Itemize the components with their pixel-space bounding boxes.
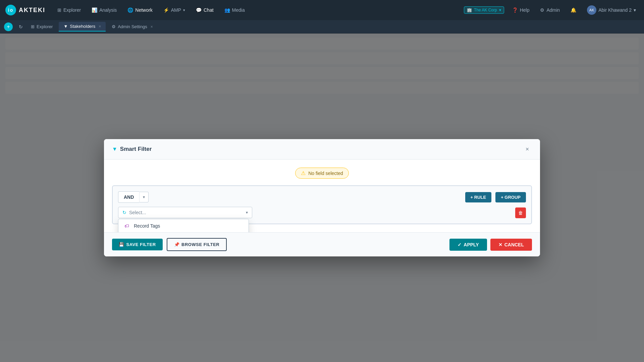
media-icon: 👥	[224, 7, 230, 13]
browse-filter-button[interactable]: 📌 BROWSE FILTER	[167, 238, 227, 251]
tab-stakeholders-label: Stakeholders	[70, 24, 95, 29]
tab-explorer-icon: ⊞	[31, 24, 35, 29]
delete-rule-button[interactable]: 🗑	[515, 207, 526, 218]
nav-item-explorer-label: Explorer	[63, 7, 81, 13]
notifications-button[interactable]: 🔔	[568, 6, 579, 14]
bell-icon: 🔔	[571, 7, 576, 13]
explorer-icon: ⊞	[57, 7, 61, 13]
footer-left: 💾 SAVE FILTER 📌 BROWSE FILTER	[112, 238, 227, 251]
nav-item-network-label: Network	[135, 7, 152, 13]
browse-icon: 📌	[174, 242, 180, 247]
admin-label: Admin	[546, 7, 560, 13]
nav-items: ⊞ Explorer 📊 Analysis 🌐 Network ⚡ AMP ▾ …	[53, 5, 456, 15]
cancel-label: CANCEL	[504, 242, 524, 247]
nav-right: 🏢 The AK Corp ▾ ❓ Help ⚙ Admin 🔔 AK Abir…	[464, 4, 639, 16]
tab-bar: + ↻ ⊞ Explorer ▼ Stakeholders × ⚙ Admin …	[0, 20, 644, 34]
modal-footer: 💾 SAVE FILTER 📌 BROWSE FILTER ✓ APPLY ✕ …	[104, 232, 540, 256]
selector-placeholder: Select...	[129, 210, 243, 215]
selector-refresh-icon: ↻	[122, 210, 126, 215]
modal-body: ⚠ No field selected AND ▾ + RULE + GROUP	[104, 160, 540, 232]
no-field-warning: ⚠ No field selected	[295, 168, 349, 179]
nav-item-chat-label: Chat	[204, 7, 214, 13]
apply-button[interactable]: ✓ APPLY	[449, 239, 487, 251]
condition-selector[interactable]: AND ▾	[118, 191, 149, 203]
tab-admin-settings[interactable]: ⚙ Admin Settings ×	[107, 22, 157, 31]
top-nav: io AKTEKI ⊞ Explorer 📊 Analysis 🌐 Networ…	[0, 0, 644, 20]
nav-item-network[interactable]: 🌐 Network	[123, 5, 156, 15]
tab-admin-label: Admin Settings	[118, 24, 147, 29]
nav-item-chat[interactable]: 💬 Chat	[192, 5, 218, 15]
nav-item-amp-label: AMP	[171, 7, 181, 13]
save-filter-label: SAVE FILTER	[126, 242, 156, 247]
save-icon: 💾	[119, 242, 124, 247]
field-dropdown: 🏷 Record Tags ≡ City ≡ Country	[118, 219, 249, 232]
condition-dropdown-button[interactable]: ▾	[139, 192, 149, 202]
filter-condition-row: AND ▾ + RULE + GROUP	[118, 191, 526, 203]
selector-arrow-icon: ▾	[246, 210, 248, 215]
tab-admin-close[interactable]: ×	[151, 24, 153, 29]
user-name: Abir Khawand 2	[598, 7, 632, 13]
logo-text: AKTEKI	[19, 7, 45, 14]
modal-header: ▼ Smart Filter ×	[104, 139, 540, 160]
field-selector[interactable]: ↻ Select... ▾	[118, 207, 252, 218]
nav-item-media-label: Media	[232, 7, 245, 13]
modal-title-text: Smart Filter	[120, 146, 152, 153]
checkmark-icon: ✓	[458, 242, 462, 247]
org-name: The AK Corp	[474, 8, 497, 12]
tab-explorer-label: Explorer	[37, 24, 53, 29]
add-rule-button[interactable]: + RULE	[465, 192, 492, 202]
org-dropdown-icon: ▾	[499, 8, 501, 12]
help-label: Help	[520, 7, 530, 13]
record-tags-icon: 🏷	[124, 223, 130, 229]
user-menu[interactable]: AK Abir Khawand 2 ▾	[584, 4, 639, 16]
warning-badge: ⚠ No field selected	[112, 168, 532, 179]
filter-container: AND ▾ + RULE + GROUP ↻ Select... ▾	[112, 185, 532, 224]
filter-icon: ▼	[112, 146, 117, 152]
footer-right: ✓ APPLY ✕ CANCEL	[449, 239, 532, 251]
add-group-button[interactable]: + GROUP	[495, 192, 526, 202]
app-logo[interactable]: io AKTEKI	[5, 5, 45, 15]
refresh-button[interactable]: ↻	[17, 23, 25, 31]
trash-icon: 🗑	[518, 210, 523, 216]
tab-stakeholders-close[interactable]: ×	[99, 24, 101, 29]
network-icon: 🌐	[127, 7, 133, 13]
help-button[interactable]: ❓ Help	[509, 6, 532, 14]
close-icon: ×	[526, 146, 529, 153]
admin-button[interactable]: ⚙ Admin	[537, 6, 562, 14]
nav-item-analysis[interactable]: 📊 Analysis	[88, 5, 121, 15]
apply-label: APPLY	[464, 242, 479, 247]
chat-icon: 💬	[196, 7, 202, 13]
dropdown-item-record-tags-label: Record Tags	[134, 223, 160, 229]
logo-icon: io	[5, 5, 16, 15]
nav-item-amp[interactable]: ⚡ AMP ▾	[159, 5, 189, 15]
add-tab-button[interactable]: +	[4, 22, 13, 31]
field-row: ↻ Select... ▾ 🏷 Record Tags ≡	[118, 207, 526, 218]
tab-admin-icon: ⚙	[112, 24, 116, 29]
amp-dropdown-arrow: ▾	[183, 8, 185, 12]
field-selector-wrapper: ↻ Select... ▾ 🏷 Record Tags ≡	[118, 207, 252, 218]
nav-item-analysis-label: Analysis	[99, 7, 117, 13]
save-filter-button[interactable]: 💾 SAVE FILTER	[112, 239, 163, 250]
warning-icon: ⚠	[301, 170, 306, 176]
nav-item-explorer[interactable]: ⊞ Explorer	[53, 5, 85, 15]
user-dropdown-icon: ▾	[634, 7, 636, 13]
tab-stakeholders-icon: ▼	[63, 24, 68, 29]
nav-item-media[interactable]: 👥 Media	[220, 5, 249, 15]
dropdown-item-record-tags[interactable]: 🏷 Record Tags	[118, 219, 249, 232]
cancel-x-icon: ✕	[498, 242, 502, 247]
cancel-button[interactable]: ✕ CANCEL	[490, 239, 532, 251]
admin-icon: ⚙	[540, 7, 544, 13]
tab-explorer[interactable]: ⊞ Explorer	[26, 22, 57, 31]
condition-and-button[interactable]: AND	[118, 191, 139, 203]
modal-close-button[interactable]: ×	[523, 144, 532, 154]
help-icon: ❓	[512, 7, 518, 13]
smart-filter-modal: ▼ Smart Filter × ⚠ No field selected	[104, 139, 540, 256]
org-switcher[interactable]: 🏢 The AK Corp ▾	[464, 6, 504, 14]
modal-title: ▼ Smart Filter	[112, 146, 152, 153]
main-content: ▼ Smart Filter × ⚠ No field selected	[0, 34, 644, 362]
analysis-icon: 📊	[92, 7, 97, 13]
user-avatar: AK	[587, 5, 596, 15]
tab-stakeholders[interactable]: ▼ Stakeholders ×	[59, 22, 106, 32]
warning-text: No field selected	[308, 171, 343, 176]
org-icon: 🏢	[467, 8, 472, 12]
